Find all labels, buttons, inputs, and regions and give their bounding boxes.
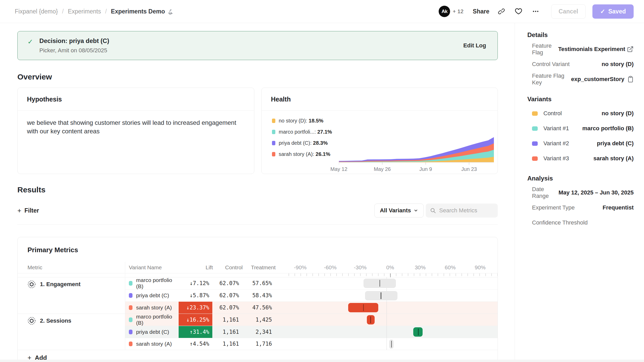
- ruler-minor-tick: [366, 273, 367, 276]
- x-axis-label: May 26: [374, 166, 391, 172]
- legend-swatch: [272, 152, 275, 156]
- health-legend-item: priya debt (C): 28.3%: [272, 140, 339, 146]
- axis-label: -30%: [354, 264, 367, 271]
- treatment-value: 47.56%: [242, 302, 275, 314]
- ruler-minor-tick: [342, 273, 343, 276]
- control-value: 62.07%: [212, 302, 242, 314]
- variant-color-dot: [129, 330, 132, 334]
- results-heading: Results: [17, 185, 498, 194]
- table-header-row: Metric Variant Name Lift Control Treatme…: [18, 262, 498, 273]
- search-metrics-input[interactable]: [439, 207, 491, 214]
- collaborators-count[interactable]: + 12: [453, 8, 463, 15]
- breadcrumb-experiments[interactable]: Experiments: [68, 8, 101, 15]
- health-body: no story (D): 18.5%marco portfoli...: 27…: [262, 111, 498, 174]
- legend-label: marco portfoli...: 27.1%: [279, 129, 332, 135]
- metric-goal-icon: [27, 280, 36, 288]
- health-area-chart: [339, 133, 494, 165]
- variant-color-swatch: [532, 141, 538, 146]
- lift-tick: [381, 292, 381, 299]
- x-axis-label: Jun 23: [461, 166, 477, 172]
- favorite-heart-icon[interactable]: [513, 6, 524, 17]
- table-row[interactable]: priya debt (C)↑31.4%1,1612,341: [125, 326, 498, 338]
- sidebar-row-value: sarah story (A): [569, 155, 634, 162]
- table-row[interactable]: sarah story (A)↓23.37%62.07%47.56%: [125, 301, 498, 314]
- metric-group: 1. Engagementmarco portfolio (B)↓7.12%62…: [18, 277, 498, 314]
- sidebar-row: Experiment TypeFrequentist: [527, 200, 634, 215]
- table-row[interactable]: marco portfolio (B)↓16.25%1,1611,425: [125, 314, 498, 326]
- axis-label: 60%: [445, 264, 456, 271]
- hypothesis-card: Hypothesis we believe that showing custo…: [17, 88, 254, 174]
- avatar[interactable]: Ak: [439, 6, 450, 17]
- treatment-value: 1,716: [242, 338, 275, 350]
- breadcrumb-project[interactable]: Fixpanel {demo}: [15, 8, 58, 15]
- ruler-minor-tick: [318, 273, 319, 276]
- ruler-minor-tick: [330, 273, 331, 276]
- breadcrumb: Fixpanel {demo} / Experiments / Experime…: [15, 8, 174, 15]
- variants-dropdown[interactable]: All Variants: [374, 204, 424, 218]
- copy-link-icon[interactable]: [496, 6, 507, 17]
- lift-value: ↓5.87%: [179, 290, 212, 302]
- hypothesis-title: Hypothesis: [18, 88, 254, 111]
- ruler-minor-tick: [348, 273, 349, 276]
- table-row[interactable]: priya debt (C)↓5.87%62.07%58.43%: [125, 289, 498, 302]
- health-card: Health no story (D): 18.5%marco portfoli…: [261, 88, 498, 174]
- page-title: Experiments Demo: [111, 8, 165, 15]
- sidebar-row-value: priya debt (C): [569, 140, 634, 147]
- health-legend-item: no story (D): 18.5%: [272, 118, 339, 124]
- health-legend-item: marco portfoli...: 27.1%: [272, 129, 339, 135]
- variant-cell: priya debt (C): [125, 326, 179, 338]
- ruler-minor-tick: [461, 273, 462, 276]
- edit-log-button[interactable]: Edit Log: [463, 42, 486, 49]
- hypothesis-body: we believe that showing customer stories…: [18, 111, 254, 135]
- col-header-control: Control: [216, 264, 246, 271]
- variant-color-dot: [129, 305, 132, 310]
- ruler-minor-tick: [414, 273, 414, 276]
- ci-chart-cell: [282, 277, 498, 289]
- table-row[interactable]: marco portfolio (B)↓7.12%62.07%57.65%: [125, 277, 498, 289]
- ruler-minor-tick: [497, 273, 498, 276]
- add-filter-button[interactable]: + Filter: [17, 207, 39, 215]
- plus-icon: +: [17, 207, 21, 215]
- ci-chart-cell: [282, 326, 498, 338]
- metric-cell: 2. Sessions: [18, 314, 125, 350]
- sidebar-row-value: no story (D): [570, 61, 634, 68]
- ruler-minor-tick: [491, 273, 492, 276]
- saved-button[interactable]: ✓ Saved: [592, 4, 634, 19]
- variant-color-swatch: [532, 126, 538, 131]
- ruler-minor-tick: [336, 273, 337, 276]
- external-link-icon[interactable]: [625, 46, 634, 53]
- variant-color-dot: [129, 293, 132, 298]
- col-header-variant: Variant Name: [125, 264, 182, 271]
- lift-tick: [418, 329, 419, 335]
- ruler-minor-tick: [289, 273, 289, 276]
- ruler-minor-tick: [473, 273, 474, 276]
- overview-heading: Overview: [17, 73, 498, 81]
- health-legend-item: sarah story (A): 26.1%: [272, 151, 339, 157]
- sidebar-section-details: DetailsFeature FlagTestimonials Experime…: [527, 31, 634, 87]
- sidebar-row-value: no story (D): [562, 110, 634, 117]
- details-sidebar: DetailsFeature FlagTestimonials Experime…: [515, 23, 644, 362]
- search-icon: [430, 207, 436, 214]
- share-button[interactable]: Share: [473, 8, 489, 15]
- table-row[interactable]: sarah story (A)↑4.54%1,1611,716: [125, 338, 498, 350]
- primary-metrics-card: Primary Metrics Metric Variant Name Lift…: [17, 237, 498, 362]
- microscope-icon: [167, 8, 174, 15]
- more-options-icon[interactable]: [530, 6, 541, 17]
- metric-cell: 1. Engagement: [18, 277, 125, 314]
- decision-subtitle: Picker, Amit on 08/05/2025: [39, 47, 463, 54]
- axis-label: 30%: [415, 264, 426, 271]
- ruler-minor-tick: [360, 273, 361, 276]
- sidebar-row: Variant #2priya debt (C): [527, 136, 634, 151]
- variant-name: priya debt (C): [136, 292, 169, 299]
- col-header-metric: Metric: [18, 262, 125, 273]
- ruler-minor-tick: [295, 273, 295, 276]
- clipboard-icon[interactable]: [624, 76, 634, 83]
- ruler-minor-tick: [438, 273, 438, 276]
- sidebar-row-label: Control Variant: [532, 61, 570, 68]
- sidebar-row: Confidence Threshold: [527, 215, 634, 230]
- axis-label: -60%: [324, 264, 337, 271]
- ruler-minor-tick: [479, 273, 480, 276]
- ruler-spacer: [246, 273, 279, 277]
- health-title: Health: [262, 88, 498, 111]
- cancel-button[interactable]: Cancel: [551, 4, 586, 19]
